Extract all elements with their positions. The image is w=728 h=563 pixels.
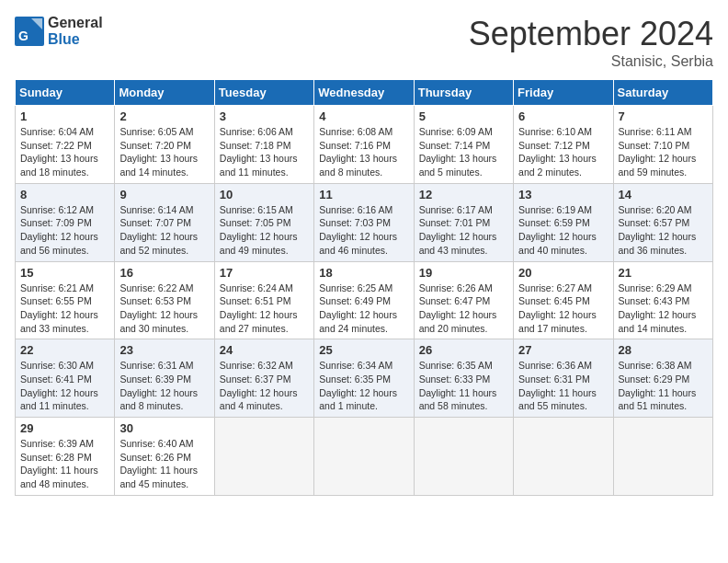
day-number: 6: [518, 109, 608, 123]
day-info: Sunrise: 6:22 AM Sunset: 6:53 PM Dayligh…: [119, 282, 209, 336]
sunrise-label: Sunrise: 6:29 AM: [619, 282, 692, 293]
sunrise-label: Sunrise: 6:31 AM: [119, 360, 193, 371]
sunrise-label: Sunrise: 6:14 AM: [119, 204, 193, 215]
sunrise-label: Sunrise: 6:04 AM: [20, 126, 94, 137]
calendar-cell: 4 Sunrise: 6:08 AM Sunset: 7:16 PM Dayli…: [314, 106, 414, 184]
logo-text: General Blue: [48, 15, 103, 47]
calendar-cell: 23 Sunrise: 6:31 AM Sunset: 6:39 PM Dayl…: [115, 339, 214, 418]
col-monday: Monday: [115, 80, 214, 106]
sunset-label: Sunset: 7:10 PM: [619, 140, 690, 151]
daylight-label: Daylight: 13 hours and 8 minutes.: [319, 153, 397, 178]
day-info: Sunrise: 6:20 AM Sunset: 6:57 PM Dayligh…: [619, 203, 708, 258]
calendar-cell: 2 Sunrise: 6:05 AM Sunset: 7:20 PM Dayli…: [115, 106, 214, 184]
logo: G General Blue: [15, 15, 103, 47]
daylight-label: Daylight: 12 hours and 17 minutes.: [518, 309, 597, 334]
calendar-cell: 13 Sunrise: 6:19 AM Sunset: 6:59 PM Dayl…: [514, 183, 613, 261]
day-info: Sunrise: 6:34 AM Sunset: 6:35 PM Dayligh…: [319, 359, 408, 413]
day-number: 17: [220, 266, 309, 280]
sunrise-label: Sunrise: 6:35 AM: [419, 360, 493, 371]
day-info: Sunrise: 6:10 AM Sunset: 7:12 PM Dayligh…: [518, 125, 608, 179]
sunset-label: Sunset: 6:31 PM: [518, 373, 590, 385]
sunrise-label: Sunrise: 6:21 AM: [20, 282, 94, 293]
daylight-label: Daylight: 12 hours and 1 minute.: [319, 387, 397, 412]
day-info: Sunrise: 6:08 AM Sunset: 7:16 PM Dayligh…: [319, 125, 408, 179]
daylight-label: Daylight: 12 hours and 20 minutes.: [419, 309, 497, 334]
calendar-cell: 6 Sunrise: 6:10 AM Sunset: 7:12 PM Dayli…: [514, 106, 613, 184]
day-number: 24: [220, 343, 309, 357]
calendar-cell: 14 Sunrise: 6:20 AM Sunset: 6:57 PM Dayl…: [613, 183, 712, 261]
daylight-label: Daylight: 12 hours and 43 minutes.: [419, 231, 497, 256]
location-title: Stanisic, Serbia: [469, 53, 713, 70]
sunset-label: Sunset: 7:09 PM: [20, 217, 92, 228]
daylight-label: Daylight: 12 hours and 24 minutes.: [319, 309, 397, 334]
day-number: 3: [220, 109, 309, 123]
day-number: 7: [619, 109, 708, 123]
calendar-cell: 17 Sunrise: 6:24 AM Sunset: 6:51 PM Dayl…: [214, 261, 313, 339]
daylight-label: Daylight: 11 hours and 48 minutes.: [20, 465, 98, 489]
sunset-label: Sunset: 6:39 PM: [119, 373, 191, 385]
sunset-label: Sunset: 6:59 PM: [518, 217, 590, 228]
calendar-cell: 10 Sunrise: 6:15 AM Sunset: 7:05 PM Dayl…: [214, 183, 313, 261]
day-number: 19: [419, 266, 508, 280]
sunset-label: Sunset: 6:35 PM: [319, 373, 391, 385]
calendar-row: 15 Sunrise: 6:21 AM Sunset: 6:55 PM Dayl…: [16, 261, 713, 339]
daylight-label: Daylight: 11 hours and 45 minutes.: [119, 465, 198, 489]
calendar-row: 22 Sunrise: 6:30 AM Sunset: 6:41 PM Dayl…: [16, 339, 713, 418]
calendar-cell: 1 Sunrise: 6:04 AM Sunset: 7:22 PM Dayli…: [16, 106, 115, 184]
calendar-cell: 26 Sunrise: 6:35 AM Sunset: 6:33 PM Dayl…: [414, 339, 513, 418]
sunrise-label: Sunrise: 6:32 AM: [220, 360, 293, 371]
sunrise-label: Sunrise: 6:15 AM: [220, 204, 293, 215]
sunset-label: Sunset: 7:07 PM: [119, 217, 191, 228]
day-number: 20: [518, 266, 608, 280]
calendar-cell: [214, 418, 313, 496]
col-friday: Friday: [514, 80, 613, 106]
day-number: 10: [220, 188, 309, 201]
sunrise-label: Sunrise: 6:16 AM: [319, 204, 392, 215]
calendar-cell: 29 Sunrise: 6:39 AM Sunset: 6:28 PM Dayl…: [16, 418, 115, 496]
daylight-label: Daylight: 12 hours and 27 minutes.: [220, 309, 298, 334]
page-header: G General Blue September 2024 Stanisic, …: [15, 15, 713, 70]
calendar-row: 29 Sunrise: 6:39 AM Sunset: 6:28 PM Dayl…: [16, 418, 713, 496]
calendar-cell: 16 Sunrise: 6:22 AM Sunset: 6:53 PM Dayl…: [115, 261, 214, 339]
sunset-label: Sunset: 7:12 PM: [518, 140, 590, 151]
calendar-row: 1 Sunrise: 6:04 AM Sunset: 7:22 PM Dayli…: [16, 106, 713, 184]
sunrise-label: Sunrise: 6:17 AM: [419, 204, 493, 215]
sunset-label: Sunset: 7:22 PM: [20, 140, 92, 151]
logo-icon: G: [15, 17, 44, 46]
sunrise-label: Sunrise: 6:09 AM: [419, 126, 493, 137]
sunrise-label: Sunrise: 6:39 AM: [20, 438, 94, 449]
daylight-label: Daylight: 11 hours and 51 minutes.: [619, 387, 697, 412]
month-title: September 2024: [469, 15, 713, 53]
calendar-cell: [314, 418, 414, 496]
sunset-label: Sunset: 6:45 PM: [518, 295, 590, 306]
day-info: Sunrise: 6:32 AM Sunset: 6:37 PM Dayligh…: [220, 359, 309, 413]
day-info: Sunrise: 6:14 AM Sunset: 7:07 PM Dayligh…: [119, 203, 209, 258]
day-info: Sunrise: 6:15 AM Sunset: 7:05 PM Dayligh…: [220, 203, 309, 258]
day-info: Sunrise: 6:36 AM Sunset: 6:31 PM Dayligh…: [518, 359, 608, 413]
day-number: 30: [119, 421, 209, 435]
calendar-cell: 28 Sunrise: 6:38 AM Sunset: 6:29 PM Dayl…: [613, 339, 712, 418]
day-info: Sunrise: 6:31 AM Sunset: 6:39 PM Dayligh…: [119, 359, 209, 413]
col-tuesday: Tuesday: [214, 80, 313, 106]
sunrise-label: Sunrise: 6:24 AM: [220, 282, 293, 293]
day-info: Sunrise: 6:40 AM Sunset: 6:26 PM Dayligh…: [119, 437, 209, 491]
day-number: 23: [119, 343, 209, 357]
sunrise-label: Sunrise: 6:40 AM: [119, 438, 193, 449]
sunset-label: Sunset: 7:16 PM: [319, 140, 391, 151]
sunset-label: Sunset: 7:18 PM: [220, 140, 291, 151]
calendar-cell: 7 Sunrise: 6:11 AM Sunset: 7:10 PM Dayli…: [613, 106, 712, 184]
sunset-label: Sunset: 6:33 PM: [419, 373, 491, 385]
logo-general: General: [48, 15, 103, 30]
sunrise-label: Sunrise: 6:08 AM: [319, 126, 392, 137]
calendar-cell: 3 Sunrise: 6:06 AM Sunset: 7:18 PM Dayli…: [214, 106, 313, 184]
daylight-label: Daylight: 12 hours and 30 minutes.: [119, 309, 198, 334]
daylight-label: Daylight: 12 hours and 4 minutes.: [220, 387, 298, 412]
col-thursday: Thursday: [414, 80, 513, 106]
calendar-cell: 27 Sunrise: 6:36 AM Sunset: 6:31 PM Dayl…: [514, 339, 613, 418]
day-info: Sunrise: 6:24 AM Sunset: 6:51 PM Dayligh…: [220, 282, 309, 336]
calendar-cell: 25 Sunrise: 6:34 AM Sunset: 6:35 PM Dayl…: [314, 339, 414, 418]
sunset-label: Sunset: 6:43 PM: [619, 295, 690, 306]
day-number: 22: [20, 343, 109, 357]
sunset-label: Sunset: 6:49 PM: [319, 295, 391, 306]
sunrise-label: Sunrise: 6:30 AM: [20, 360, 94, 371]
